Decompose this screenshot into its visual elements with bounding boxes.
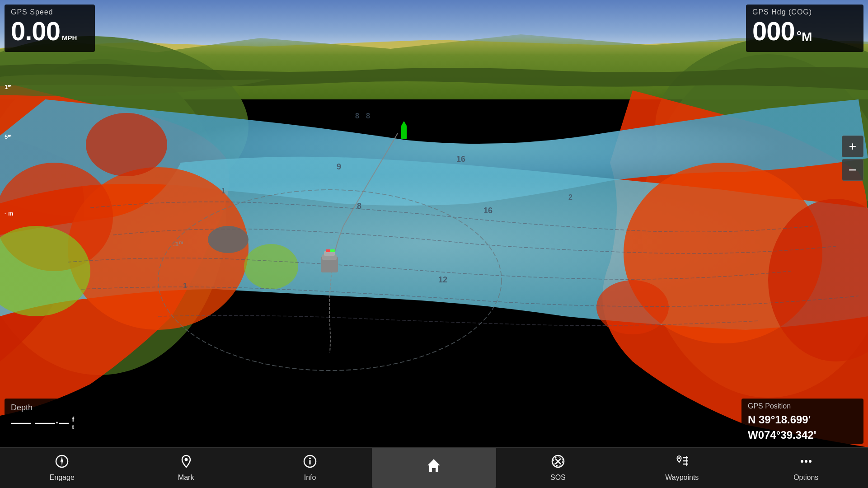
gps-hdg-label: GPS Hdg (COG)	[752, 8, 857, 16]
svg-text:16: 16	[456, 155, 465, 164]
bottom-nav: Engage Mark Info	[0, 447, 868, 488]
depth-label: Depth	[11, 403, 89, 413]
gps-pos-label: GPS Position	[748, 402, 857, 410]
nav-item-options[interactable]: Options	[744, 448, 868, 488]
depth-panel: Depth —— ——·— f t	[5, 399, 95, 444]
svg-text:16: 16	[483, 206, 493, 215]
svg-rect-19	[326, 249, 330, 252]
options-icon	[799, 454, 813, 471]
svg-rect-38	[310, 460, 311, 465]
svg-point-39	[309, 458, 311, 460]
svg-text:2: 2	[568, 193, 572, 201]
svg-point-6	[86, 113, 167, 176]
svg-point-50	[805, 460, 807, 463]
pin-icon	[179, 454, 193, 471]
svg-text:9: 9	[337, 162, 341, 171]
gps-hdg-panel: GPS Hdg (COG) 000 °M	[746, 5, 863, 52]
svg-point-36	[184, 458, 188, 461]
depth-unit: f t	[72, 415, 74, 431]
gps-speed-panel: GPS Speed 0.00 MPH	[5, 5, 95, 52]
svg-point-51	[809, 460, 812, 463]
svg-point-49	[801, 460, 803, 463]
nav-item-waypoints[interactable]: Waypoints	[620, 448, 744, 488]
svg-text:8: 8	[357, 202, 361, 211]
gps-speed-value: 0.00	[11, 18, 60, 44]
nav-sos-label: SOS	[550, 474, 566, 482]
gps-speed-unit: MPH	[62, 34, 77, 42]
svg-rect-20	[330, 249, 335, 252]
nav-item-info[interactable]: Info	[248, 448, 372, 488]
nav-options-label: Options	[793, 474, 818, 482]
svg-text:1: 1	[183, 282, 187, 290]
svg-text:12: 12	[438, 275, 447, 284]
app: 9 16 8 16 12 1 1 2 8 8 .1ᵐ 1ᵐ 5ᵐ - m GPS…	[0, 0, 868, 488]
info-icon	[303, 454, 317, 471]
nav-item-home[interactable]	[372, 448, 496, 488]
gps-hdg-unit: °M	[797, 30, 812, 44]
nav-engage-label: Engage	[50, 474, 75, 482]
svg-rect-14	[401, 126, 407, 139]
svg-point-11	[596, 280, 669, 334]
map-svg: 9 16 8 16 12 1 1 2 8 8 .1ᵐ	[0, 0, 868, 447]
home-icon	[426, 457, 442, 476]
depth-marker-1m: 1ᵐ	[5, 84, 11, 90]
nav-item-sos[interactable]: SOS	[496, 448, 620, 488]
depth-marker-m: - m	[5, 210, 14, 217]
gps-hdg-value: 000	[752, 18, 795, 44]
nav-waypoints-label: Waypoints	[665, 474, 699, 482]
svg-text:.1ᵐ: .1ᵐ	[173, 240, 183, 248]
nav-item-mark[interactable]: Mark	[124, 448, 248, 488]
svg-point-12	[208, 226, 249, 253]
depth-marker-5m: 5ᵐ	[5, 133, 11, 140]
waypoints-icon	[675, 454, 689, 471]
nav-mark-label: Mark	[178, 474, 194, 482]
gps-pos-panel: GPS Position N 39°18.699' W074°39.342'	[741, 399, 863, 444]
nav-item-engage[interactable]: Engage	[0, 448, 124, 488]
map-background: 9 16 8 16 12 1 1 2 8 8 .1ᵐ 1ᵐ 5ᵐ - m	[0, 0, 868, 447]
zoom-in-button[interactable]: +	[842, 136, 863, 157]
depth-value: —— ——·—	[11, 417, 69, 429]
zoom-controls: + −	[842, 136, 863, 181]
sos-icon	[551, 454, 565, 471]
svg-text:8: 8	[366, 112, 370, 120]
svg-text:8: 8	[355, 112, 359, 120]
svg-text:1: 1	[221, 187, 225, 195]
gps-speed-label: GPS Speed	[11, 8, 89, 16]
svg-marker-35	[61, 461, 63, 466]
gps-lon: W074°39.342'	[748, 427, 857, 443]
compass-icon	[55, 454, 69, 471]
zoom-out-button[interactable]: −	[842, 159, 863, 181]
svg-marker-15	[401, 121, 407, 126]
nav-info-label: Info	[304, 474, 316, 482]
svg-marker-34	[61, 456, 63, 461]
svg-point-44	[678, 457, 680, 459]
svg-point-8	[244, 244, 298, 289]
gps-lat: N 39°18.699'	[748, 412, 857, 427]
